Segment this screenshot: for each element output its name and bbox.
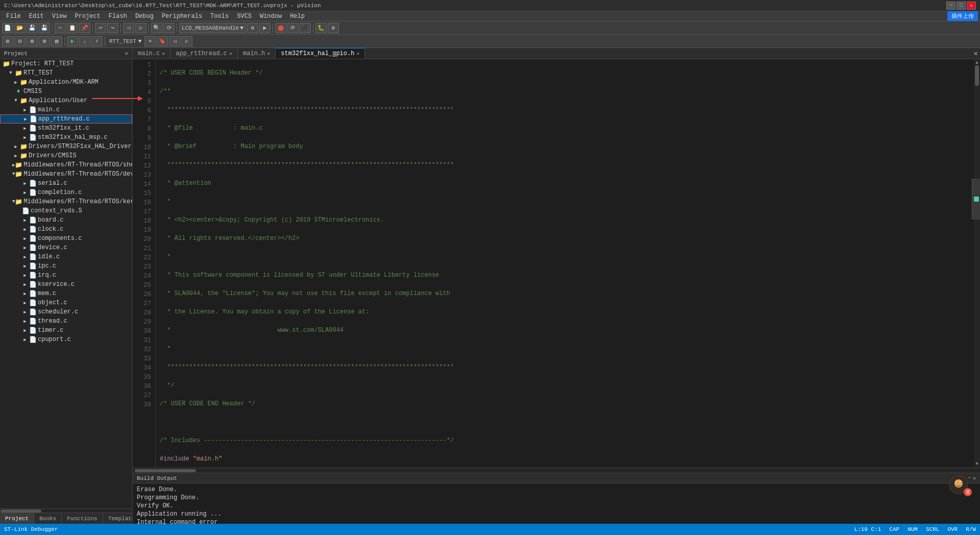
editor-vscrollbar[interactable]: ▲ ▼ — [974, 59, 980, 468]
find-btn[interactable]: 🔍 — [151, 23, 162, 33]
tb2-flash-btn[interactable]: ⚡ — [91, 36, 103, 46]
tree-cpuport-c[interactable]: ▶ 📄 cpuport.c — [0, 335, 132, 344]
tree-middlewares-kernel[interactable]: ▼ 📁 Middlewares/RT-Thread/RTOS/kernel — [0, 197, 132, 206]
tree-timer-c[interactable]: ▶ 📄 timer.c — [0, 326, 132, 335]
close-btn[interactable]: ✕ — [967, 2, 976, 10]
menu-window[interactable]: Window — [256, 11, 286, 21]
tree-components-c[interactable]: ▶ 📄 components.c — [0, 234, 132, 243]
cut-btn[interactable]: ✂ — [55, 23, 66, 33]
tree-scheduler-c[interactable]: ▶ 📄 scheduler.c — [0, 307, 132, 317]
tree-object-c[interactable]: ▶ 📄 object.c — [0, 298, 132, 307]
tree-main-c[interactable]: ▶ 📄 main.c — [0, 105, 132, 114]
tree-middlewares-shell[interactable]: ▶ 📁 Middlewares/RT-Thread/RTOS/shell — [0, 160, 132, 169]
tree-device-c[interactable]: ▶ 📄 device.c — [0, 243, 132, 252]
save-btn[interactable]: 💾 — [27, 23, 38, 33]
replace-btn[interactable]: ⟳ — [163, 23, 175, 33]
tab-project[interactable]: Project — [0, 513, 34, 524]
debug-btn[interactable]: 🐛 — [315, 23, 327, 33]
new-file-btn[interactable]: 📄 — [2, 23, 13, 33]
fwd-btn[interactable]: ▷ — [135, 23, 146, 33]
code-content[interactable]: /* USER CODE BEGIN Header */ /** *******… — [156, 59, 974, 468]
tree-cmsis[interactable]: ♦ CMSIS — [0, 87, 132, 96]
menu-edit[interactable]: Edit — [25, 11, 48, 21]
tab-close-all-icon[interactable]: ✕ — [974, 49, 978, 58]
menu-svcs[interactable]: SVCS — [233, 11, 256, 21]
tree-rtt-test[interactable]: ▼ 📁 RTT_TEST — [0, 68, 132, 78]
tree-mem-c[interactable]: ▶ 📄 mem.c — [0, 289, 132, 298]
tree-ipc-c[interactable]: ▶ 📄 ipc.c — [0, 261, 132, 271]
scroll-thumb[interactable] — [975, 65, 979, 86]
editor-hscrollbar[interactable] — [133, 468, 980, 473]
tab-app-rt-close-icon[interactable]: ✕ — [229, 51, 232, 57]
tree-app-rtthread-c[interactable]: ▶ 📄 app_rtthread.c — [0, 114, 132, 124]
tb2-bookmark-btn[interactable]: 🔖 — [157, 36, 168, 46]
build-btn[interactable]: ⬤ — [275, 23, 286, 33]
tree-app-user[interactable]: ▼ 📁 Application/User — [0, 96, 132, 105]
tab-gpio-close-icon[interactable]: ✕ — [356, 51, 359, 57]
tab-main-c-close-icon[interactable]: ✕ — [162, 51, 165, 57]
target-dropdown[interactable]: LCD_MESSAGEHandle ▼ — [179, 23, 246, 33]
save-all-btn[interactable]: 💾 — [39, 23, 50, 33]
editor-hscroll-thumb[interactable] — [135, 469, 196, 472]
tb2-prev-btn[interactable]: ◁ — [169, 36, 180, 46]
tb2-btn2[interactable]: ⊟ — [14, 36, 26, 46]
tb2-run-btn[interactable]: ▶ — [67, 36, 78, 46]
scroll-track[interactable] — [974, 65, 980, 461]
tree-completion-c[interactable]: ▶ 📄 completion.c — [0, 188, 132, 197]
menu-project[interactable]: Project — [70, 11, 104, 21]
menu-tools[interactable]: Tools — [206, 11, 233, 21]
tb2-btn3[interactable]: ⊠ — [27, 36, 38, 46]
sidebar-close-icon[interactable]: ✕ — [125, 50, 128, 57]
open-btn[interactable]: 📂 — [14, 23, 26, 33]
tab-functions[interactable]: Functions — [62, 513, 103, 524]
tree-app-mdk[interactable]: ▶ 📁 Application/MDK-ARM — [0, 78, 132, 87]
stop-btn[interactable]: ⬛ — [300, 23, 311, 33]
scroll-down-icon[interactable]: ▼ — [975, 461, 978, 467]
load-btn[interactable]: ▶ — [259, 23, 271, 33]
maximize-btn[interactable]: □ — [957, 2, 966, 10]
editor-tab-main-c[interactable]: main.c ✕ — [133, 48, 170, 59]
sidebar-hscrollbar[interactable] — [0, 508, 132, 513]
tb2-next-btn[interactable]: ▷ — [181, 36, 192, 46]
editor-tab-main-h[interactable]: main.h ✕ — [238, 48, 276, 59]
tb2-btn5[interactable]: ▤ — [51, 36, 62, 46]
editor-tab-gpio[interactable]: stm32f1xx_hal_gpio.h ✕ — [276, 48, 365, 59]
tree-stm32-msp[interactable]: ▶ 📄 stm32f1xx_hal_msp.c — [0, 133, 132, 142]
tree-serial-c[interactable]: ▶ 📄 serial.c — [0, 179, 132, 188]
tb2-btn1[interactable]: ⊞ — [2, 36, 13, 46]
copy-btn[interactable]: 📋 — [67, 23, 78, 33]
tree-stm32-it[interactable]: ▶ 📄 stm32f1xx_it.c — [0, 124, 132, 133]
tree-irq-c[interactable]: ▶ 📄 irq.c — [0, 271, 132, 280]
minimize-btn[interactable]: ─ — [946, 2, 955, 10]
menu-debug[interactable]: Debug — [131, 11, 158, 21]
settings2-btn[interactable]: ⚙ — [328, 23, 339, 33]
tab-books[interactable]: Books — [34, 513, 62, 524]
menu-view[interactable]: View — [48, 11, 71, 21]
target-settings-btn[interactable]: ⚙ — [247, 23, 258, 33]
menu-peripherals[interactable]: Peripherals — [158, 11, 206, 21]
paste-btn[interactable]: 📌 — [79, 23, 90, 33]
tree-kservice-c[interactable]: ▶ 📄 kservice.c — [0, 280, 132, 289]
tree-idle-c[interactable]: ▶ 📄 idle.c — [0, 252, 132, 261]
tree-middlewares-device[interactable]: ▼ 📁 Middlewares/RT-Thread/RTOS/device dr… — [0, 169, 132, 179]
tree-thread-c[interactable]: ▶ 📄 thread.c — [0, 317, 132, 326]
tree-context-rvds[interactable]: 📄 context_rvds.S — [0, 206, 132, 215]
translate-button[interactable]: 插件上传 — [947, 11, 978, 21]
tb2-step-btn[interactable]: ↓ — [79, 36, 90, 46]
undo-btn[interactable]: ↩ — [95, 23, 106, 33]
rebuild-btn[interactable]: ⟳ — [287, 23, 299, 33]
tree-drivers-cmsis[interactable]: ▶ 📁 Drivers/CMSIS — [0, 151, 132, 160]
editor-tab-app-rtthread[interactable]: app_rtthread.c ✕ — [170, 48, 238, 59]
build-output-close-icon[interactable]: ✕ — [973, 475, 976, 481]
menu-file[interactable]: File — [2, 11, 25, 21]
tree-board-c[interactable]: ▶ 📄 board.c — [0, 215, 132, 225]
back-btn[interactable]: ◁ — [123, 23, 134, 33]
scroll-up-icon[interactable]: ▲ — [975, 60, 978, 65]
tab-templates[interactable]: Templates — [103, 513, 133, 524]
redo-btn[interactable]: ↪ — [107, 23, 118, 33]
menu-flash[interactable]: Flash — [105, 11, 131, 21]
tree-drivers-stm32[interactable]: ▶ 📁 Drivers/STM32F1xx_HAL_Driver — [0, 142, 132, 151]
tb2-cursor-btn[interactable]: ⌖ — [144, 36, 156, 46]
tree-project-root[interactable]: 📁 Project: RTT_TEST — [0, 59, 132, 68]
menu-help[interactable]: Help — [286, 11, 309, 21]
